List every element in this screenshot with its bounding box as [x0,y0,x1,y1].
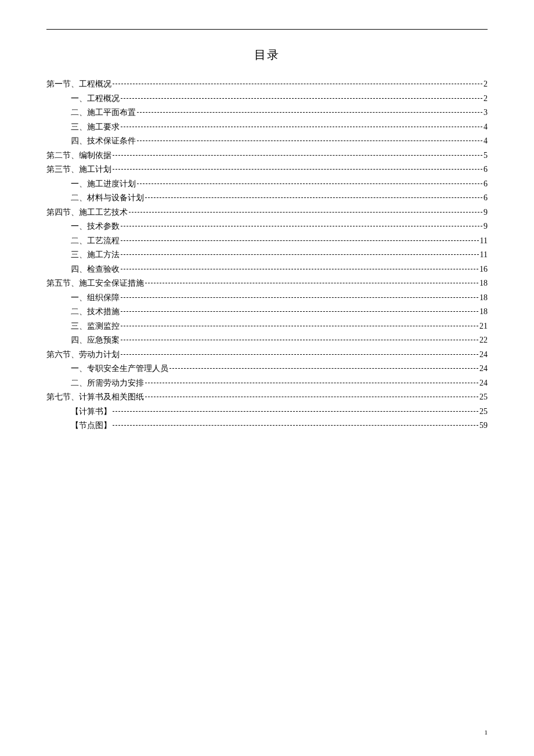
toc-leader-dots [121,240,479,241]
toc-entry-label: 三、监测监控 [71,319,120,334]
toc-leader-dots [113,84,482,84]
toc-entry-page: 24 [479,348,488,362]
toc-entry: 第三节、施工计划6 [46,163,488,177]
toc-leader-dots [121,254,479,255]
toc-entry-label: 第一节、工程概况 [46,77,111,92]
toc-entry-label: 四、技术保证条件 [71,134,136,149]
toc-entry-label: 【节点图】 [71,419,111,433]
toc-entry-label: 二、所需劳动力安排 [71,376,144,391]
toc-entry-label: 一、专职安全生产管理人员 [71,362,168,376]
toc-leader-dots [113,425,478,426]
toc-entry-page: 5 [484,149,488,163]
toc-entry-page: 3 [484,106,488,120]
toc-entry-page: 22 [479,333,488,348]
toc-entry-label: 二、材料与设备计划 [71,191,144,206]
toc-entry-page: 2 [484,77,488,92]
toc-leader-dots [121,340,478,340]
toc-leader-dots [137,112,482,113]
toc-entry: 四、检查验收16 [46,262,488,277]
toc-entry: 四、技术保证条件4 [46,134,488,149]
toc-entry-page: 11 [480,248,488,262]
toc-entry-page: 25 [479,390,488,405]
toc-entry-label: 四、检查验收 [71,262,120,277]
toc-leader-dots [121,269,478,269]
toc-entry-page: 4 [484,134,488,149]
toc-leader-dots [121,354,478,355]
toc-entry-page: 21 [479,319,488,334]
toc-entry-label: 第三节、施工计划 [46,163,111,177]
toc-entry: 二、工艺流程11 [46,234,488,249]
toc-entry-label: 三、施工要求 [71,120,120,135]
toc-entry: 一、工程概况2 [46,92,488,106]
toc-entry-page: 9 [484,219,488,234]
toc-entry-label: 第六节、劳动力计划 [46,348,120,362]
toc-entry: 第七节、计算书及相关图纸25 [46,390,488,405]
toc-entry-label: 二、技术措施 [71,305,120,319]
toc-entry-page: 6 [484,163,488,177]
toc-leader-dots [121,326,478,326]
toc-entry-label: 一、工程概况 [71,92,120,106]
toc-entry-page: 18 [479,276,488,291]
toc-entry-page: 18 [479,305,488,319]
toc-entry-page: 11 [480,234,488,249]
toc-entry-label: 四、应急预案 [71,333,120,348]
toc-leader-dots [145,383,478,383]
toc-entry: 二、技术措施18 [46,305,488,319]
toc-entry: 三、监测监控21 [46,319,488,334]
toc-entry-label: 二、工艺流程 [71,234,120,249]
toc-entry: 四、应急预案22 [46,333,488,348]
toc-entry-label: 第二节、编制依据 [46,149,111,163]
toc-entry-page: 2 [484,92,488,106]
toc-entry-label: 三、施工方法 [71,248,120,262]
toc-entry-page: 6 [484,177,488,192]
toc-entry: 第五节、施工安全保证措施18 [46,276,488,291]
toc-entry-page: 24 [479,362,488,376]
toc-entry-label: 二、施工平面布置 [71,106,136,120]
toc-leader-dots [113,155,482,156]
header-divider [46,29,488,30]
toc-leader-dots [113,169,482,170]
toc-entry: 【计算书】25 [46,405,488,419]
toc-entry-page: 25 [479,405,488,419]
toc-leader-dots [145,283,478,283]
toc-entry: 第四节、施工工艺技术9 [46,206,488,220]
toc-entry-page: 24 [479,376,488,391]
toc-leader-dots [121,98,482,99]
toc-entry: 一、专职安全生产管理人员24 [46,362,488,376]
toc-leader-dots [129,212,482,213]
toc-leader-dots [169,368,478,369]
toc-entry: 一、施工进度计划6 [46,177,488,192]
toc-entry: 第二节、编制依据5 [46,149,488,163]
toc-entry-label: 第五节、施工安全保证措施 [46,276,144,291]
toc-entry-page: 18 [479,291,488,305]
page-number: 1 [485,729,488,736]
toc-entry-page: 6 [484,191,488,206]
toc-leader-dots [137,141,482,141]
toc-entry: 一、组织保障18 [46,291,488,305]
toc-entry-page: 4 [484,120,488,135]
toc-leader-dots [145,397,478,397]
toc-entry: 二、材料与设备计划6 [46,191,488,206]
toc-entry: 第六节、劳动力计划24 [46,348,488,362]
toc-leader-dots [113,411,478,412]
toc-entry-label: 一、施工进度计划 [71,177,136,192]
toc-entry: 第一节、工程概况2 [46,77,488,92]
toc-entry: 二、施工平面布置3 [46,106,488,120]
toc-entry: 一、技术参数9 [46,219,488,234]
toc-leader-dots [121,226,482,226]
toc-leader-dots [145,197,482,198]
toc-entry: 三、施工方法11 [46,248,488,262]
toc-leader-dots [121,127,482,127]
toc-entry-page: 59 [479,419,488,433]
toc-entry: 【节点图】59 [46,419,488,433]
toc-container: 第一节、工程概况2一、工程概况2二、施工平面布置3三、施工要求4四、技术保证条件… [46,77,488,433]
toc-leader-dots [121,311,478,312]
toc-title: 目录 [46,47,488,63]
toc-leader-dots [121,297,478,298]
toc-entry-page: 16 [479,262,488,277]
toc-entry: 三、施工要求4 [46,120,488,135]
toc-entry-label: 【计算书】 [71,405,111,419]
toc-entry-label: 一、组织保障 [71,291,120,305]
toc-entry-label: 第四节、施工工艺技术 [46,206,128,220]
toc-entry: 二、所需劳动力安排24 [46,376,488,391]
